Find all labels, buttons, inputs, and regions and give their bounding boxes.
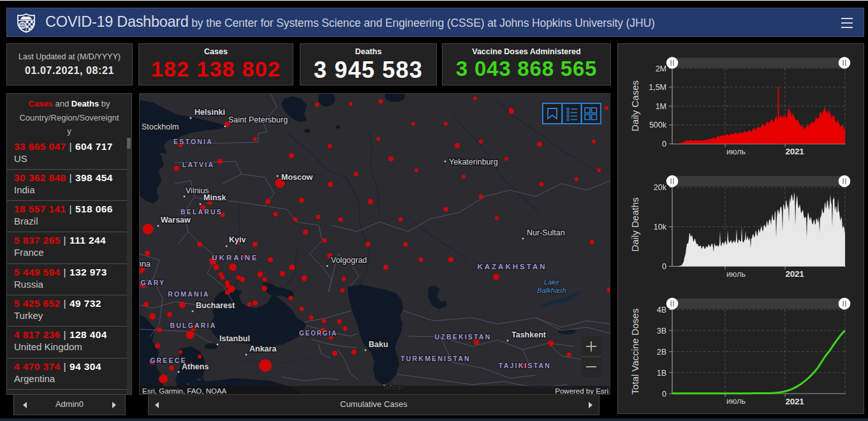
svg-text:4B: 4B <box>657 306 666 314</box>
svg-text:GREECE: GREECE <box>150 357 187 364</box>
svg-text:0: 0 <box>662 140 666 149</box>
svg-text:Helsinki: Helsinki <box>195 108 225 117</box>
svg-text:Tashkent: Tashkent <box>511 330 547 339</box>
svg-text:Moscow: Moscow <box>281 173 313 182</box>
svg-text:Daily Deaths: Daily Deaths <box>629 197 640 251</box>
svg-text:BELARUS: BELARUS <box>180 208 223 216</box>
svg-text:Kyiv: Kyiv <box>229 235 246 244</box>
svg-text:10k: 10k <box>654 223 667 232</box>
svg-text:Minsk: Minsk <box>203 193 226 202</box>
svg-text:Powered by Esri: Powered by Esri <box>555 387 608 395</box>
svg-text:2021: 2021 <box>786 397 805 406</box>
svg-text:Yekaterinburg: Yekaterinburg <box>449 158 498 166</box>
svg-text:июль: июль <box>726 270 746 279</box>
svg-text:Bucharest: Bucharest <box>196 301 235 310</box>
svg-text:Volgograd: Volgograd <box>331 256 367 265</box>
svg-text:1B: 1B <box>657 369 666 378</box>
svg-text:Total Vaccine Doses: Total Vaccine Doses <box>629 309 640 395</box>
svg-text:UKRAINE: UKRAINE <box>212 254 258 262</box>
svg-text:2021: 2021 <box>786 147 805 156</box>
svg-text:Warsaw: Warsaw <box>161 216 191 225</box>
svg-text:1,5M: 1,5M <box>649 83 666 92</box>
svg-text:Ankara: Ankara <box>249 344 277 353</box>
svg-text:TAJIKISTAN: TAJIKISTAN <box>499 362 551 369</box>
svg-text:500k: 500k <box>649 121 667 129</box>
svg-text:NGARY: NGARY <box>140 279 165 286</box>
svg-text:Daily Cases: Daily Cases <box>629 80 640 131</box>
svg-text:июль: июль <box>726 147 746 156</box>
svg-text:Stockholm: Stockholm <box>142 122 179 131</box>
svg-text:UZBEKISTAN: UZBEKISTAN <box>435 333 492 341</box>
svg-text:Balkhash: Balkhash <box>537 286 566 294</box>
svg-text:2M: 2M <box>656 64 666 73</box>
svg-text:Esri, Garmin, FAO, NOAA: Esri, Garmin, FAO, NOAA <box>142 387 227 395</box>
svg-text:Baku: Baku <box>369 340 388 349</box>
svg-text:LATVIA: LATVIA <box>182 161 214 168</box>
svg-text:июль: июль <box>726 397 746 406</box>
svg-text:ROMANIA: ROMANIA <box>168 290 210 298</box>
svg-text:3B: 3B <box>657 327 666 336</box>
svg-text:1M: 1M <box>656 102 666 111</box>
svg-text:Istanbul: Istanbul <box>219 334 250 343</box>
svg-text:BULGARIA: BULGARIA <box>170 321 216 329</box>
svg-text:TURKMENISTAN: TURKMENISTAN <box>401 355 471 362</box>
svg-text:2B: 2B <box>657 348 666 357</box>
svg-text:Saint Petersburg: Saint Petersburg <box>228 115 288 124</box>
svg-text:ESTONIA: ESTONIA <box>173 138 213 145</box>
svg-text:GEORGIA: GEORGIA <box>299 330 337 337</box>
svg-text:2021: 2021 <box>786 269 805 279</box>
svg-text:KAZAKHSTAN: KAZAKHSTAN <box>477 263 547 270</box>
svg-text:20k: 20k <box>654 183 667 192</box>
svg-text:Lake: Lake <box>544 278 559 286</box>
svg-text:0: 0 <box>662 262 666 271</box>
svg-text:nna: nna <box>140 260 151 269</box>
svg-text:Nur-Sultan: Nur-Sultan <box>527 228 565 237</box>
svg-text:0: 0 <box>662 390 666 399</box>
